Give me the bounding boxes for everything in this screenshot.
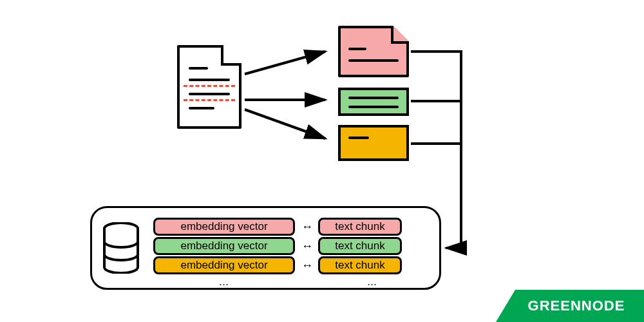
storage-row-green: embedding vector ↔ text chunk (153, 237, 402, 255)
text-chunk-pill: text chunk (318, 256, 402, 274)
text-chunk-pill: text chunk (318, 218, 402, 236)
embedding-vector-pill: embedding vector (153, 256, 295, 274)
bidirectional-icon: ↔ (301, 259, 312, 272)
chunk-pink-icon (338, 26, 409, 77)
split-marker (184, 85, 235, 87)
text-chunk-pill: text chunk (318, 237, 402, 255)
embedding-vector-pill: embedding vector (153, 237, 295, 255)
chunk-green-icon (338, 88, 409, 116)
database-icon (102, 222, 140, 274)
bidirectional-icon: ↔ (301, 240, 312, 253)
arrow-to-pink (245, 45, 335, 80)
ellipsis: ... (367, 275, 377, 289)
chunking-diagram: embedding vector ↔ text chunk embedding … (0, 0, 644, 322)
svg-line-2 (245, 109, 325, 138)
source-document-icon (177, 45, 242, 129)
chunk-orange-icon (338, 125, 409, 161)
ellipsis: ... (219, 275, 229, 289)
brand-name: GREENNODE (528, 298, 625, 314)
storage-row-pink: embedding vector ↔ text chunk (153, 218, 402, 236)
brand-logo: GREENNODE (496, 290, 644, 322)
svg-line-0 (245, 52, 325, 74)
embedding-vector-pill: embedding vector (153, 218, 295, 236)
arrow-to-orange (245, 103, 335, 151)
bidirectional-icon: ↔ (301, 220, 312, 234)
storage-row-orange: embedding vector ↔ text chunk (153, 256, 402, 274)
split-marker (184, 99, 235, 101)
